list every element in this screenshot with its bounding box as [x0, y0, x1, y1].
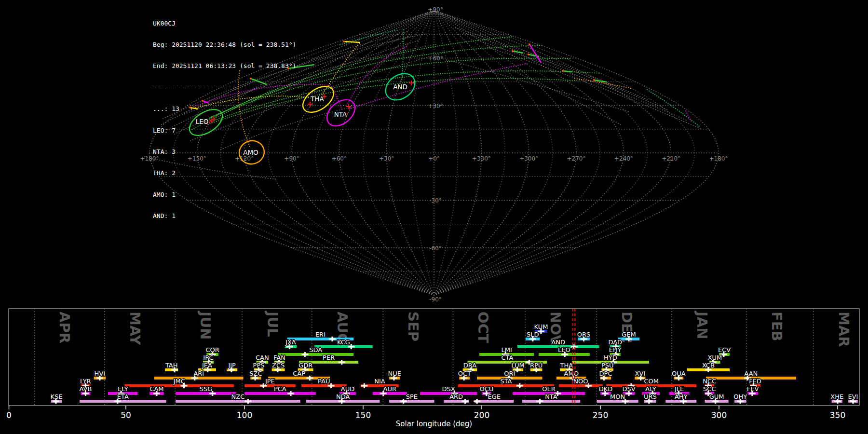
- sporadic-trail: [506, 68, 622, 125]
- shower-label-URS: URS: [644, 393, 657, 400]
- count-and: AND: 1: [153, 213, 304, 220]
- shower-label-HYD: HYD: [604, 354, 617, 361]
- count-tha: THA: 2: [153, 170, 304, 177]
- shower-label-GUM: GUM: [709, 393, 724, 400]
- shower-label-AND: AND: [551, 339, 565, 346]
- map-longitude-label: +0°: [428, 155, 440, 162]
- peak-marker-NZC: [244, 399, 251, 404]
- map-latitude-label: -60°: [429, 245, 442, 252]
- peak-marker-STA: [516, 383, 523, 388]
- count-leo: LEO: 7: [153, 127, 304, 135]
- shower-label-NCC: NCC: [703, 378, 716, 385]
- month-label: JAN: [694, 311, 710, 339]
- shower-label-PER: PER: [323, 354, 335, 361]
- peak-marker-NTA: [537, 399, 543, 404]
- plot-canvas: +180°+150°+120°+90°+60°+30°+0°+330°+300°…: [0, 0, 868, 434]
- meteor-path: [563, 71, 572, 72]
- map-latitude-label: -90°: [429, 296, 442, 303]
- x-axis-title: Solar longitude (deg): [396, 420, 472, 428]
- shower-label-AAN: AAN: [744, 370, 758, 377]
- screenshot-root: UK00CJ Beg: 20251120 22:36:48 (sol = 238…: [0, 0, 868, 434]
- count-sporadic: ...: 13: [153, 106, 304, 113]
- shower-label-XUM: XUM: [708, 354, 722, 361]
- radiant-label-THA: THA: [310, 95, 324, 103]
- peak-marker-NIA: [361, 383, 367, 388]
- meteor-trail: [322, 43, 359, 95]
- shower-label-SDA: SDA: [309, 346, 322, 353]
- shower-label-SCC: SCC: [703, 385, 716, 393]
- map-longitude-label: +300°: [519, 155, 538, 162]
- meteor-begin-point: [562, 70, 564, 72]
- shower-label-PAU: PAU: [318, 378, 330, 385]
- shower-label-SPE: SPE: [406, 393, 418, 400]
- shower-label-ELY: ELY: [118, 385, 128, 393]
- shower-label-TAH: TAH: [165, 362, 178, 369]
- shower-label-MON: MON: [610, 393, 625, 400]
- meteor-path: [344, 41, 360, 42]
- month-label: JUL: [264, 311, 281, 337]
- begin-time: Beg: 20251120 22:36:48 (sol = 238.51°): [153, 41, 304, 49]
- shower-activity-timeline: APRMAYJUNJULAUGSEPOCTNOVDECJANFEBMARKUME…: [6, 309, 859, 428]
- map-latitude-label: -30°: [429, 197, 442, 204]
- map-longitude-label: +180°: [709, 155, 728, 162]
- shower-label-THA: THA: [560, 362, 573, 369]
- info-panel: UK00CJ Beg: 20251120 22:36:48 (sol = 238…: [153, 6, 304, 234]
- axis-tick-label: 300: [711, 410, 727, 420]
- sporadic-trail: [478, 41, 687, 121]
- shower-label-CTA: CTA: [501, 354, 513, 361]
- radiant-label-NTA: NTA: [334, 110, 347, 118]
- shower-label-STA: STA: [500, 378, 512, 385]
- shower-label-FED: FED: [749, 378, 761, 385]
- shower-label-ERI: ERI: [315, 331, 326, 338]
- meteor-begin-point: [528, 54, 529, 55]
- radiant-point: [409, 81, 414, 85]
- map-longitude-label: +210°: [662, 155, 680, 162]
- shower-label-JXA: JXA: [285, 339, 296, 346]
- count-amo: AMO: 1: [153, 191, 304, 199]
- peak-marker-SDA: [301, 352, 308, 357]
- peak-marker-PCA: [287, 391, 294, 396]
- axis-tick-label: 150: [355, 410, 371, 420]
- axis-tick-label: 100: [237, 410, 252, 420]
- map-latitude-label: +60°: [428, 55, 443, 62]
- shower-label-AUD: AUD: [341, 385, 354, 393]
- shower-label-DRA: DRA: [463, 362, 477, 369]
- month-label: SEP: [405, 312, 421, 341]
- shower-label-KCG: KCG: [337, 339, 350, 346]
- map-latitude-label: +90°: [428, 6, 443, 13]
- meteor-begin-point: [343, 41, 345, 42]
- shower-label-OER: OER: [542, 385, 555, 393]
- shower-label-NIA: NIA: [374, 378, 385, 385]
- shower-label-NDA: NDA: [336, 393, 350, 400]
- map-longitude-label: +240°: [614, 155, 633, 162]
- axis-tick-label: 250: [593, 410, 608, 420]
- meteor-path: [513, 51, 523, 53]
- map-longitude-label: +330°: [472, 155, 491, 162]
- month-label: FEB: [769, 312, 785, 341]
- peak-marker-PER: [339, 360, 345, 365]
- shower-label-NZC: NZC: [231, 393, 245, 400]
- month-label: JUN: [197, 311, 214, 340]
- shower-label-COM: COM: [644, 378, 659, 385]
- shower-label-JPE: JPE: [265, 378, 275, 385]
- peak-marker-AND: [571, 344, 578, 349]
- map-longitude-label: +30°: [379, 155, 394, 162]
- shower-label-SSG: SSG: [200, 385, 213, 393]
- shower-label-NOO: NOO: [573, 378, 588, 385]
- end-time: End: 20251121 06:13:23 (sol = 238.83°): [153, 63, 304, 70]
- map-longitude-label: +270°: [567, 155, 586, 162]
- shower-label-PSU: PSU: [601, 362, 614, 369]
- shower-label-EGE: EGE: [488, 393, 501, 400]
- shower-label-PCA: PCA: [274, 385, 286, 393]
- sporadic-trail: [436, 57, 629, 112]
- peak-marker-EGE: [474, 399, 480, 404]
- axis-tick-label: 0: [6, 410, 12, 420]
- meteor-begin-point: [593, 79, 595, 81]
- shower-label-NTA: NTA: [545, 393, 557, 400]
- sporadic-trail: [488, 47, 702, 129]
- radiant-label-AND: AND: [393, 83, 407, 91]
- axis-tick-label: 200: [474, 410, 489, 420]
- map-latitude-label: +30°: [428, 103, 443, 109]
- shower-label-DSX: DSX: [442, 385, 455, 393]
- shower-label-CAP: CAP: [293, 370, 305, 377]
